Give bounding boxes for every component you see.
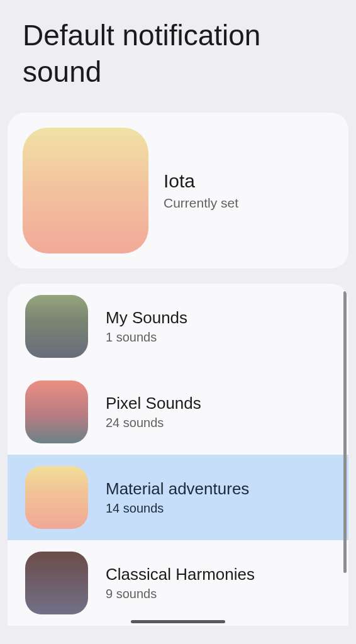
category-info: Material adventures 14 sounds [106, 479, 249, 516]
category-item-material-adventures[interactable]: Material adventures 14 sounds [8, 455, 348, 540]
category-item-my-sounds[interactable]: My Sounds 1 sounds [8, 284, 348, 369]
drag-handle[interactable] [131, 620, 225, 623]
category-count: 14 sounds [106, 501, 249, 516]
category-thumbnail [25, 552, 88, 614]
category-info: My Sounds 1 sounds [106, 308, 187, 345]
category-name: Material adventures [106, 479, 249, 499]
scrollbar[interactable] [343, 291, 347, 573]
current-sound-info: Iota Currently set [164, 170, 238, 211]
category-name: Pixel Sounds [106, 394, 201, 413]
category-thumbnail [25, 380, 88, 443]
category-count: 24 sounds [106, 416, 201, 430]
category-thumbnail [25, 295, 88, 358]
category-item-pixel-sounds[interactable]: Pixel Sounds 24 sounds [8, 369, 348, 455]
category-name: Classical Harmonies [106, 565, 255, 584]
current-sound-thumbnail [23, 128, 148, 253]
page-title: Default notification sound [0, 0, 356, 113]
current-sound-card[interactable]: Iota Currently set [8, 113, 348, 269]
category-name: My Sounds [106, 308, 187, 328]
current-sound-status: Currently set [164, 196, 238, 211]
category-item-classical-harmonies[interactable]: Classical Harmonies 9 sounds [8, 540, 348, 626]
category-count: 1 sounds [106, 330, 187, 345]
category-info: Classical Harmonies 9 sounds [106, 565, 255, 601]
category-count: 9 sounds [106, 587, 255, 601]
category-info: Pixel Sounds 24 sounds [106, 394, 201, 430]
category-thumbnail [25, 466, 88, 529]
current-sound-name: Iota [164, 170, 238, 192]
sound-categories-list: My Sounds 1 sounds Pixel Sounds 24 sound… [8, 284, 348, 626]
